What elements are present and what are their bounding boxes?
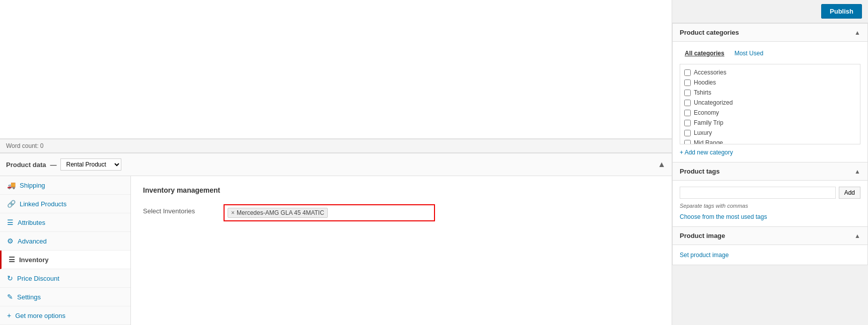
category-label-uncategorized: Uncategorized bbox=[694, 99, 733, 106]
tab-linked-products[interactable]: 🔗 Linked Products bbox=[0, 195, 130, 213]
product-tags-title: Product tags bbox=[680, 168, 719, 175]
product-categories-header[interactable]: Product categories ▲ bbox=[673, 24, 867, 42]
category-label-mid-range: Mid Range bbox=[694, 139, 723, 144]
category-checkbox-accessories[interactable] bbox=[684, 69, 691, 76]
tag-label: Mercedes-AMG GLA 45 4MATIC bbox=[237, 209, 324, 216]
tab-advanced-label: Advanced bbox=[18, 237, 47, 245]
category-checkbox-luxury[interactable] bbox=[684, 130, 691, 136]
category-item-accessories: Accessories bbox=[683, 67, 857, 77]
product-data-body: 🚚 Shipping 🔗 Linked Products ☰ Attribute… bbox=[0, 176, 672, 325]
tab-shipping[interactable]: 🚚 Shipping bbox=[0, 176, 130, 195]
word-count-label: Word count: 0 bbox=[6, 142, 43, 149]
product-categories-title: Product categories bbox=[680, 29, 739, 36]
tags-input-row: Add bbox=[680, 187, 860, 199]
most-used-tab[interactable]: Most Used bbox=[730, 48, 768, 59]
product-image-header[interactable]: Product image ▲ bbox=[673, 227, 867, 245]
page-layout: Word count: 0 Product data — Rental Prod… bbox=[0, 0, 868, 325]
settings-icon: ✎ bbox=[7, 293, 13, 301]
product-image-title: Product image bbox=[680, 232, 725, 239]
product-data-section: Product data — Rental Product Simple pro… bbox=[0, 153, 672, 325]
tab-attributes-label: Attributes bbox=[18, 219, 45, 226]
right-sidebar: Publish Product categories ▲ All categor… bbox=[672, 0, 868, 325]
choose-tags-link[interactable]: Choose from the most used tags bbox=[680, 213, 767, 220]
product-tags-body: Add Separate tags with commas Choose fro… bbox=[673, 181, 867, 226]
tags-hint-text: Separate tags with commas bbox=[680, 203, 860, 209]
tag-remove-btn[interactable]: × bbox=[231, 209, 235, 216]
tab-settings-label: Settings bbox=[17, 293, 41, 301]
attributes-icon: ☰ bbox=[7, 218, 14, 226]
product-type-select[interactable]: Rental Product Simple product Variable p… bbox=[60, 158, 121, 171]
editor-area[interactable] bbox=[0, 0, 672, 139]
category-label-hoodies: Hoodies bbox=[694, 79, 716, 86]
product-tabs-sidebar: 🚚 Shipping 🔗 Linked Products ☰ Attribute… bbox=[0, 176, 131, 325]
tab-get-more-options-label: Get more options bbox=[15, 312, 65, 319]
all-categories-tab[interactable]: All categories bbox=[680, 48, 730, 59]
tab-inventory[interactable]: ☰ Inventory bbox=[0, 251, 130, 269]
category-label-accessories: Accessories bbox=[694, 69, 727, 76]
tab-linked-products-label: Linked Products bbox=[20, 200, 66, 208]
tab-price-discount-label: Price Discount bbox=[17, 275, 59, 282]
image-collapse-icon: ▲ bbox=[854, 232, 860, 239]
category-item-hoodies: Hoodies bbox=[683, 77, 857, 88]
inventory-field-label: Select Inventories bbox=[143, 204, 224, 215]
category-label-economy: Economy bbox=[694, 109, 719, 116]
product-data-collapse-btn[interactable]: ▲ bbox=[658, 160, 666, 169]
product-image-panel: Product image ▲ Set product image bbox=[672, 227, 868, 265]
price-discount-icon: ↻ bbox=[7, 274, 13, 282]
category-list-box[interactable]: Accessories Hoodies Tshirts Uncategorize… bbox=[680, 64, 860, 144]
tab-content-inventory: Inventory management Select Inventories … bbox=[131, 176, 672, 325]
category-item-economy: Economy bbox=[683, 108, 857, 118]
category-item-luxury: Luxury bbox=[683, 128, 857, 138]
publish-button[interactable]: Publish bbox=[821, 4, 862, 19]
category-checkbox-tshirts[interactable] bbox=[684, 90, 691, 96]
tags-add-button[interactable]: Add bbox=[839, 187, 860, 199]
inventory-input-area: × Mercedes-AMG GLA 45 4MATIC bbox=[224, 204, 660, 221]
tags-input-field[interactable] bbox=[680, 187, 836, 199]
category-item-tshirts: Tshirts bbox=[683, 88, 857, 98]
category-checkbox-economy[interactable] bbox=[684, 110, 691, 116]
product-tags-panel: Product tags ▲ Add Separate tags with co… bbox=[672, 162, 868, 227]
product-categories-panel: Product categories ▲ All categories Most… bbox=[672, 23, 868, 162]
categories-collapse-icon: ▲ bbox=[854, 29, 860, 36]
advanced-icon: ⚙ bbox=[7, 237, 14, 245]
product-data-title-group: Product data — Rental Product Simple pro… bbox=[6, 158, 121, 171]
tab-settings[interactable]: ✎ Settings bbox=[0, 288, 130, 306]
inventory-field-row: Select Inventories × Mercedes-AMG GLA 45… bbox=[143, 204, 660, 221]
product-image-body: Set product image bbox=[673, 245, 867, 265]
category-checkbox-uncategorized[interactable] bbox=[684, 100, 691, 106]
product-data-header: Product data — Rental Product Simple pro… bbox=[0, 153, 672, 176]
main-content: Word count: 0 Product data — Rental Prod… bbox=[0, 0, 672, 325]
category-label-luxury: Luxury bbox=[694, 129, 712, 136]
category-checkbox-mid-range[interactable] bbox=[684, 140, 691, 145]
tab-attributes[interactable]: ☰ Attributes bbox=[0, 213, 130, 232]
tab-inventory-label: Inventory bbox=[19, 256, 49, 264]
category-checkbox-family-trip[interactable] bbox=[684, 120, 691, 126]
shipping-icon: 🚚 bbox=[7, 181, 16, 189]
category-item-family-trip: Family Trip bbox=[683, 118, 857, 128]
product-data-label: Product data bbox=[6, 161, 46, 169]
category-tab-group: All categories Most Used bbox=[680, 48, 860, 59]
product-tags-header[interactable]: Product tags ▲ bbox=[673, 162, 867, 181]
tab-advanced[interactable]: ⚙ Advanced bbox=[0, 232, 130, 251]
category-label-family-trip: Family Trip bbox=[694, 119, 724, 126]
product-data-separator: — bbox=[50, 161, 56, 169]
inventory-section-title: Inventory management bbox=[143, 186, 660, 194]
category-checkbox-hoodies[interactable] bbox=[684, 79, 691, 86]
category-item-mid-range: Mid Range bbox=[683, 138, 857, 144]
tab-price-discount[interactable]: ↻ Price Discount bbox=[0, 269, 130, 288]
tags-collapse-icon: ▲ bbox=[854, 168, 860, 175]
category-label-tshirts: Tshirts bbox=[694, 89, 711, 96]
linked-products-icon: 🔗 bbox=[7, 200, 16, 208]
inventory-tag-item: × Mercedes-AMG GLA 45 4MATIC bbox=[228, 208, 328, 218]
product-categories-body: All categories Most Used Accessories Hoo… bbox=[673, 42, 867, 162]
get-more-options-icon: + bbox=[7, 311, 11, 319]
inventory-icon: ☰ bbox=[9, 256, 15, 264]
category-item-uncategorized: Uncategorized bbox=[683, 98, 857, 108]
set-product-image-link[interactable]: Set product image bbox=[680, 252, 729, 259]
word-count-bar: Word count: 0 bbox=[0, 139, 672, 153]
tab-get-more-options[interactable]: + Get more options bbox=[0, 306, 130, 325]
tab-shipping-label: Shipping bbox=[20, 182, 45, 189]
add-new-category-link[interactable]: + Add new category bbox=[680, 149, 733, 156]
inventory-tag-box[interactable]: × Mercedes-AMG GLA 45 4MATIC bbox=[224, 204, 435, 221]
publish-bar: Publish bbox=[672, 0, 868, 23]
